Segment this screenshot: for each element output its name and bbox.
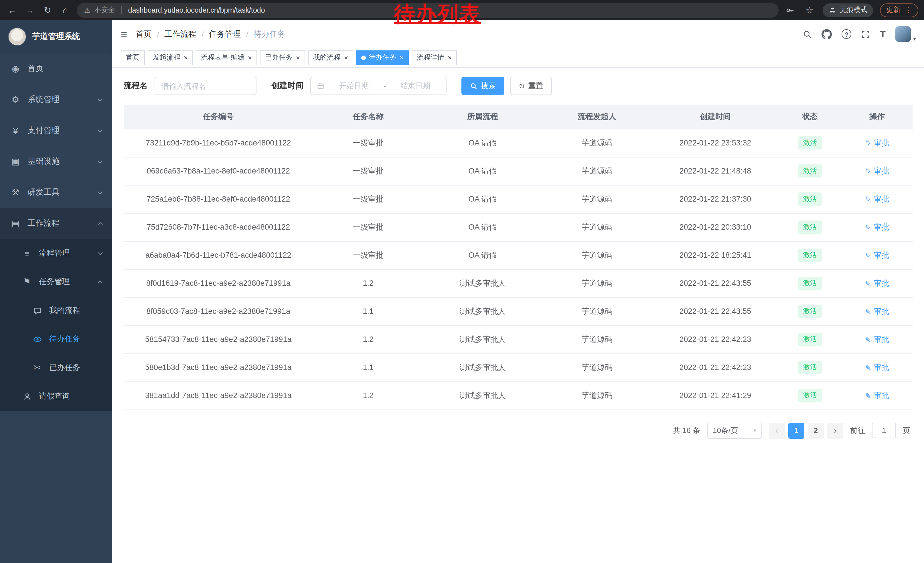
approve-link[interactable]: ✎审批 xyxy=(865,166,890,176)
sidebar-item-label: 待办任务 xyxy=(49,334,80,344)
approve-link[interactable]: ✎审批 xyxy=(865,362,890,372)
approve-link[interactable]: ✎审批 xyxy=(865,250,890,260)
cell-initiator: 芋道源码 xyxy=(542,213,652,241)
edit-icon: ✎ xyxy=(865,222,872,232)
home-icon[interactable]: ⌂ xyxy=(59,4,72,17)
sidebar-item-devtools[interactable]: ⚒ 研发工具 xyxy=(0,177,112,208)
sidebar-toggle[interactable]: ≡ xyxy=(112,28,136,41)
approve-link[interactable]: ✎审批 xyxy=(865,334,890,344)
tab-close-icon[interactable]: × xyxy=(400,54,404,61)
yen-icon: ¥ xyxy=(10,126,21,135)
tab-close-icon[interactable]: × xyxy=(448,54,452,61)
update-button[interactable]: 更新 ⋮ xyxy=(880,3,918,17)
not-secure-icon: ⚠ xyxy=(84,6,90,14)
cell-initiator: 芋道源码 xyxy=(542,157,652,185)
back-icon[interactable]: ← xyxy=(6,4,18,17)
sidebar-item-payment[interactable]: ¥ 支付管理 xyxy=(0,115,112,146)
browser-menu-icon[interactable]: ⋮ xyxy=(904,6,912,14)
status-badge: 激活 xyxy=(798,361,822,374)
help-icon[interactable]: ? xyxy=(842,29,851,39)
approve-link[interactable]: ✎审批 xyxy=(865,278,890,288)
approve-link[interactable]: ✎审批 xyxy=(865,138,890,148)
list-icon: ≡ xyxy=(22,248,32,258)
sidebar-item-infrastructure[interactable]: ▣ 基础设施 xyxy=(0,146,112,177)
sidebar-menu: ◉ 首页 ⚙ 系统管理 ¥ 支付管理 ▣ 基础设施 xyxy=(0,53,112,563)
tab-start-process[interactable]: 发起流程 × xyxy=(148,50,193,65)
tab-my-process[interactable]: 我的流程 × xyxy=(308,50,353,65)
sidebar-item-process-mgmt[interactable]: ≡ 流程管理 xyxy=(0,239,112,267)
total-count: 共 16 条 xyxy=(673,425,700,435)
sidebar-item-my-process[interactable]: 我的流程 xyxy=(0,296,112,325)
status-badge: 激活 xyxy=(798,389,822,402)
clipboard-icon: ▤ xyxy=(10,218,21,228)
logo-avatar-image xyxy=(8,27,26,46)
cell-process: 测试多审批人 xyxy=(423,269,542,297)
active-tab-dot xyxy=(361,55,366,60)
font-size-icon[interactable]: T xyxy=(880,29,886,39)
sidebar-item-system[interactable]: ⚙ 系统管理 xyxy=(0,84,112,115)
next-page-button[interactable]: › xyxy=(827,422,843,438)
prev-page-button[interactable]: ‹ xyxy=(769,422,785,438)
fullscreen-icon[interactable] xyxy=(861,30,870,39)
tab-form-edit[interactable]: 流程表单-编辑 × xyxy=(196,50,257,65)
approve-link[interactable]: ✎审批 xyxy=(865,222,890,232)
tab-process-detail[interactable]: 流程详情 × xyxy=(412,50,457,65)
search-icon[interactable] xyxy=(802,30,812,39)
col-initiator: 流程发起人 xyxy=(542,105,652,129)
reset-button[interactable]: ↻ 重置 xyxy=(510,77,552,95)
sidebar-item-workflow[interactable]: ▤ 工作流程 xyxy=(0,208,112,239)
github-icon[interactable] xyxy=(822,29,832,39)
goto-page-input[interactable] xyxy=(872,423,896,438)
tab-home[interactable]: 首页 xyxy=(121,50,145,65)
sidebar-item-done-tasks[interactable]: ✂ 已办任务 xyxy=(0,353,112,382)
avatar-image xyxy=(896,26,911,42)
tab-close-icon[interactable]: × xyxy=(248,54,252,61)
page-button-2[interactable]: 2 xyxy=(808,422,824,438)
status-badge: 激活 xyxy=(798,277,822,290)
tab-close-icon[interactable]: × xyxy=(184,54,188,61)
cell-initiator: 芋道源码 xyxy=(542,269,652,297)
approve-link[interactable]: ✎审批 xyxy=(865,306,890,317)
forward-icon[interactable]: → xyxy=(24,4,36,17)
sidebar-item-leave-query[interactable]: 请假查询 xyxy=(0,382,112,411)
chevron-down-icon xyxy=(98,158,103,163)
end-date-placeholder: 结束日期 xyxy=(390,81,440,91)
cell-task-name: 一级审批 xyxy=(313,213,423,241)
approve-link[interactable]: ✎审批 xyxy=(865,194,890,204)
chevron-down-icon xyxy=(98,189,103,194)
edit-icon: ✎ xyxy=(865,194,872,204)
cell-task-name: 1.1 xyxy=(313,353,423,381)
tab-done-tasks[interactable]: 已办任务 × xyxy=(260,50,305,65)
create-time-label: 创建时间 xyxy=(272,81,303,91)
edit-icon: ✎ xyxy=(865,307,872,316)
date-range-picker[interactable]: 开始日期 - 结束日期 xyxy=(310,77,447,95)
app-logo[interactable]: 芋道管理系统 xyxy=(0,20,112,53)
tab-todo-tasks[interactable]: 待办任务 × xyxy=(356,50,409,65)
page-button-1[interactable]: 1 xyxy=(788,422,804,438)
page-content: 流程名 创建时间 开始日期 - 结束日期 搜索 xyxy=(112,68,924,563)
process-name-input[interactable] xyxy=(154,77,256,95)
start-date-placeholder: 开始日期 xyxy=(329,81,379,91)
bookmark-star-icon[interactable]: ☆ xyxy=(803,4,816,17)
refresh-icon[interactable]: ↻ xyxy=(41,4,54,17)
breadcrumb-home[interactable]: 首页 xyxy=(136,29,152,39)
tab-close-icon[interactable]: × xyxy=(344,54,348,61)
sidebar-item-todo-tasks[interactable]: 待办任务 xyxy=(0,325,112,353)
main-area: ≡ 首页 / 工作流程 / 任务管理 / 待办任务 xyxy=(112,20,924,563)
sidebar-item-task-mgmt[interactable]: ⚑ 任务管理 xyxy=(0,267,112,296)
cell-task-id: 580e1b3d-7ac8-11ec-a9e2-a2380e71991a xyxy=(124,353,313,381)
password-key-icon[interactable] xyxy=(784,4,796,17)
breadcrumb-workflow[interactable]: 工作流程 xyxy=(164,29,196,39)
tools-icon: ⚒ xyxy=(10,187,21,198)
cell-process: OA 请假 xyxy=(423,213,542,241)
cell-created: 2022-01-22 21:37:30 xyxy=(652,185,778,213)
sidebar-item-home[interactable]: ◉ 首页 xyxy=(0,53,112,84)
cell-created: 2022-01-22 20:33:10 xyxy=(652,213,778,241)
page-size-select[interactable]: 10条/页 ▾ xyxy=(707,422,762,438)
edit-icon: ✎ xyxy=(865,138,872,147)
user-avatar[interactable]: ▾ xyxy=(896,26,916,42)
approve-link[interactable]: ✎审批 xyxy=(865,390,890,401)
tab-close-icon[interactable]: × xyxy=(296,54,300,61)
search-button[interactable]: 搜索 xyxy=(461,77,504,95)
breadcrumb-task-mgmt[interactable]: 任务管理 xyxy=(209,29,241,39)
